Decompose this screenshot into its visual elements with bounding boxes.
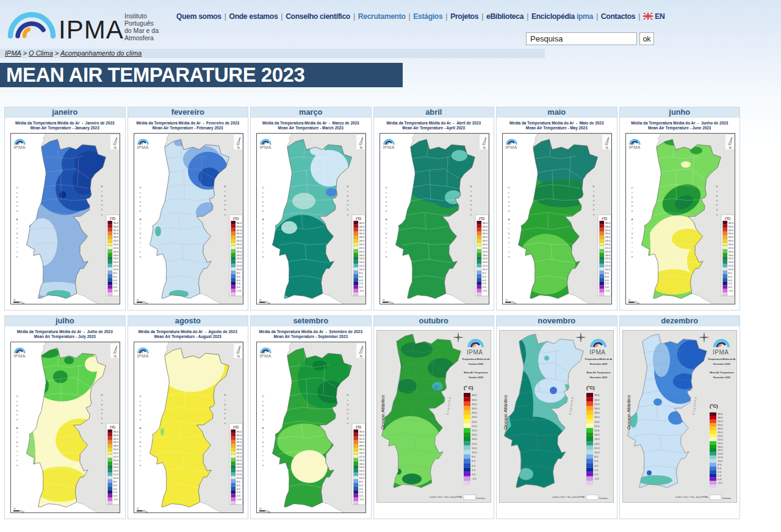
svg-text:Oceano Atlântico: Oceano Atlântico — [503, 395, 508, 430]
svg-text:Leaflet | Tiles © Esri, data@I: Leaflet | Tiles © Esri, data@IPMA — [429, 496, 462, 498]
svg-text:Mean Air Temperature: Mean Air Temperature — [464, 372, 488, 374]
svg-text:October 2023: October 2023 — [468, 376, 483, 379]
svg-text:Oceano Atlântico: Oceano Atlântico — [380, 395, 386, 430]
svg-text:Temperatura Média do Ar: Temperatura Média do Ar — [462, 358, 490, 361]
svg-text:(°C): (°C) — [586, 385, 595, 390]
svg-text:Distritos: Distritos — [599, 497, 608, 500]
svg-text:(°C): (°C) — [710, 403, 718, 409]
svg-text:Distritos: Distritos — [722, 497, 731, 500]
svg-text:Leaflet | Tiles © Esri, data@I: Leaflet | Tiles © Esri, data@IPMA — [552, 496, 585, 498]
svg-text:November 2023: November 2023 — [590, 376, 607, 379]
svg-text:Novembro 2023: Novembro 2023 — [590, 363, 607, 365]
svg-text:(° C): (° C) — [464, 385, 473, 390]
svg-text:do Mar e da: do Mar e da — [124, 27, 159, 34]
svg-text:Dezembro 2023: Dezembro 2023 — [713, 363, 730, 365]
svg-text:Distritos: Distritos — [477, 497, 485, 500]
svg-text:December 2023: December 2023 — [713, 376, 730, 379]
svg-text:Oceano Atlântico: Oceano Atlântico — [626, 395, 632, 430]
svg-text:Mean Air Temperature: Mean Air Temperature — [710, 372, 734, 374]
svg-text:Instituto: Instituto — [124, 12, 147, 20]
svg-text:Mean Air Temperature: Mean Air Temperature — [586, 372, 611, 374]
svg-text:Outubro 2023: Outubro 2023 — [468, 363, 483, 365]
svg-text:IPMA: IPMA — [59, 15, 124, 44]
svg-text:Temperatura Média do Ar: Temperatura Média do Ar — [708, 358, 736, 361]
svg-text:Leaflet | Tiles © Esri, data@I: Leaflet | Tiles © Esri, data@IPMA — [675, 496, 708, 498]
svg-text:Português: Português — [124, 20, 154, 27]
svg-text:Atmosfera: Atmosfera — [124, 34, 154, 41]
svg-text:Temperatura Média do Ar: Temperatura Média do Ar — [585, 358, 613, 361]
